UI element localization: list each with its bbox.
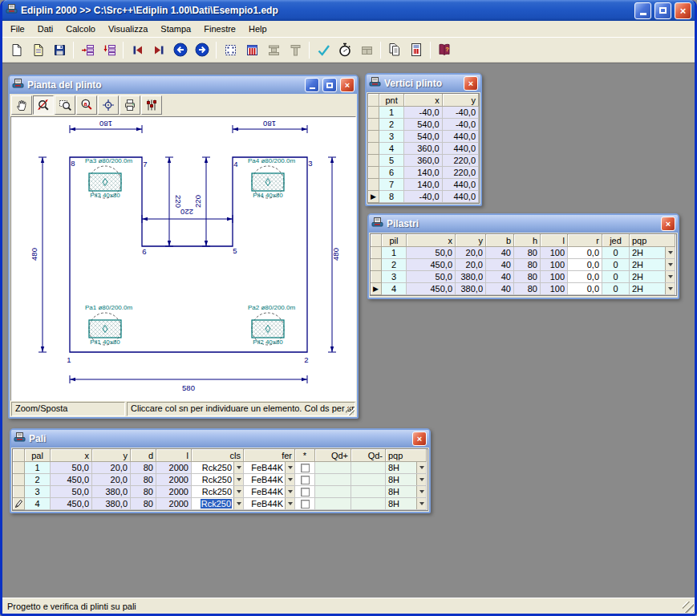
cell-jed[interactable]: 0 — [602, 283, 630, 295]
cell-fer[interactable]: FeB44K — [244, 462, 295, 474]
resize-grip[interactable] — [346, 407, 355, 415]
toolbar-button-table-insert-row-icon[interactable] — [99, 40, 120, 60]
toolbar-button-save-icon[interactable] — [49, 40, 70, 60]
cell-d[interactable]: 80 — [131, 498, 156, 510]
pianta-minimize-button[interactable] — [305, 78, 319, 92]
cell-d[interactable]: 80 — [131, 474, 156, 486]
cell-x[interactable]: -40,0 — [404, 107, 442, 119]
dropdown-arrow-icon[interactable] — [285, 462, 294, 473]
row-selector[interactable] — [368, 143, 379, 155]
cell-x[interactable]: 360,0 — [404, 155, 442, 167]
cell-fer[interactable]: FeB44K — [244, 498, 295, 510]
cell-fer[interactable]: FeB44K — [244, 474, 295, 486]
cell-y[interactable]: 20,0 — [92, 462, 131, 474]
cell-x[interactable]: 450,0 — [407, 283, 456, 295]
cell-y[interactable]: 20,0 — [456, 259, 486, 271]
cell-x[interactable]: 450,0 — [51, 474, 92, 486]
cell-b[interactable]: 40 — [486, 247, 514, 259]
toolbar-button-new-document-icon[interactable] — [6, 40, 26, 60]
dropdown-arrow-icon[interactable] — [285, 498, 294, 509]
cell-x[interactable]: 50,0 — [51, 462, 92, 474]
cell-*[interactable] — [295, 474, 315, 486]
toolbar-button-stopwatch-icon[interactable] — [334, 40, 355, 60]
row-selector[interactable] — [368, 107, 379, 119]
resize-grip[interactable] — [683, 602, 694, 613]
toolbar-button-last-record-icon[interactable] — [148, 40, 169, 60]
cell-l[interactable]: 2000 — [156, 462, 192, 474]
cell-x[interactable]: 50,0 — [51, 486, 92, 498]
cell-l[interactable]: 100 — [541, 271, 568, 283]
menu-item-visualizza[interactable]: Visualizza — [102, 22, 154, 36]
cell-l[interactable]: 100 — [541, 247, 568, 259]
cell-jed[interactable]: 0 — [602, 259, 630, 271]
cell-y[interactable]: 380,0 — [92, 486, 131, 498]
cell-y[interactable]: 20,0 — [92, 474, 131, 486]
cell-x[interactable]: 140,0 — [404, 179, 442, 191]
cell-cls[interactable]: Rck250 — [192, 462, 244, 474]
cell-y[interactable]: 220,0 — [443, 155, 479, 167]
cell-x[interactable]: 140,0 — [404, 167, 442, 179]
menu-item-stampa[interactable]: Stampa — [154, 22, 197, 36]
cell-Qd+[interactable] — [315, 462, 351, 474]
cell-x[interactable]: 360,0 — [404, 143, 442, 155]
cell-r[interactable]: 0,0 — [568, 283, 602, 295]
toolbar-button-previous-icon[interactable] — [170, 40, 191, 60]
cell-l[interactable]: 100 — [541, 283, 568, 295]
pianta-tool-pan-hand-icon[interactable] — [11, 95, 32, 115]
cell-pqp[interactable]: 8H — [386, 486, 427, 498]
row-selector[interactable] — [371, 247, 382, 259]
cell-x[interactable]: 540,0 — [404, 119, 442, 131]
pilastri-close-button[interactable]: × — [661, 217, 675, 231]
cell-pqp[interactable]: 8H — [386, 498, 427, 510]
dropdown-arrow-icon[interactable] — [233, 462, 243, 473]
toolbar-button-report-icon[interactable] — [406, 40, 427, 60]
cell-l[interactable]: 2000 — [156, 486, 192, 498]
checkbox-unchecked[interactable] — [301, 500, 310, 509]
close-button[interactable]: × — [675, 2, 691, 19]
row-selector[interactable] — [368, 167, 379, 179]
active-row-marker[interactable] — [13, 498, 25, 510]
row-selector[interactable] — [368, 119, 379, 131]
cell-pnt[interactable]: 6 — [379, 167, 405, 179]
cell-x[interactable]: 450,0 — [407, 259, 456, 271]
dropdown-arrow-icon[interactable] — [416, 474, 426, 485]
cell-y[interactable]: -40,0 — [443, 107, 479, 119]
dropdown-arrow-icon[interactable] — [416, 498, 426, 509]
cell-pal[interactable]: 1 — [25, 462, 51, 474]
toolbar-button-pilastri-table-icon[interactable] — [241, 40, 262, 60]
menu-item-file[interactable]: File — [4, 22, 31, 36]
cell-pnt[interactable]: 5 — [379, 155, 405, 167]
row-selector[interactable] — [368, 155, 379, 167]
dropdown-arrow-icon[interactable] — [665, 259, 675, 270]
cell-pnt[interactable]: 2 — [379, 119, 405, 131]
cell-x[interactable]: 50,0 — [407, 247, 456, 259]
cell-Qd-[interactable] — [351, 498, 386, 510]
cell-pqp[interactable]: 2H — [630, 283, 675, 295]
cell-l[interactable]: 2000 — [156, 498, 192, 510]
pianta-tool-print-icon[interactable] — [120, 95, 140, 115]
menu-item-finestre[interactable]: Finestre — [197, 22, 242, 36]
active-row-marker[interactable]: ▶ — [368, 191, 379, 203]
cell-h[interactable]: 80 — [514, 271, 541, 283]
cell-Qd+[interactable] — [315, 474, 351, 486]
dropdown-arrow-icon[interactable] — [285, 486, 294, 497]
pianta-tool-center-view-icon[interactable] — [98, 95, 119, 115]
minimize-button[interactable] — [634, 2, 651, 19]
cell-y[interactable]: 440,0 — [443, 143, 479, 155]
menu-item-calcolo[interactable]: Calcolo — [59, 22, 102, 36]
checkbox-unchecked[interactable] — [301, 464, 310, 472]
cell-Qd-[interactable] — [351, 474, 386, 486]
cell-Qd-[interactable] — [351, 462, 386, 474]
dropdown-arrow-icon[interactable] — [416, 462, 426, 473]
dropdown-arrow-icon[interactable] — [285, 474, 294, 485]
cell-y[interactable]: -40,0 — [443, 119, 479, 131]
cell-jed[interactable]: 0 — [602, 271, 630, 283]
dropdown-arrow-icon[interactable] — [416, 486, 426, 497]
cell-r[interactable]: 0,0 — [568, 259, 602, 271]
pianta-tool-display-settings-icon[interactable] — [141, 95, 162, 115]
toolbar-button-plinth-plan-icon[interactable] — [220, 40, 241, 60]
cell-x[interactable]: 450,0 — [51, 498, 92, 510]
cell-y[interactable]: 440,0 — [443, 131, 479, 143]
active-row-marker[interactable]: ▶ — [371, 283, 382, 295]
cell-y[interactable]: 380,0 — [92, 498, 131, 510]
